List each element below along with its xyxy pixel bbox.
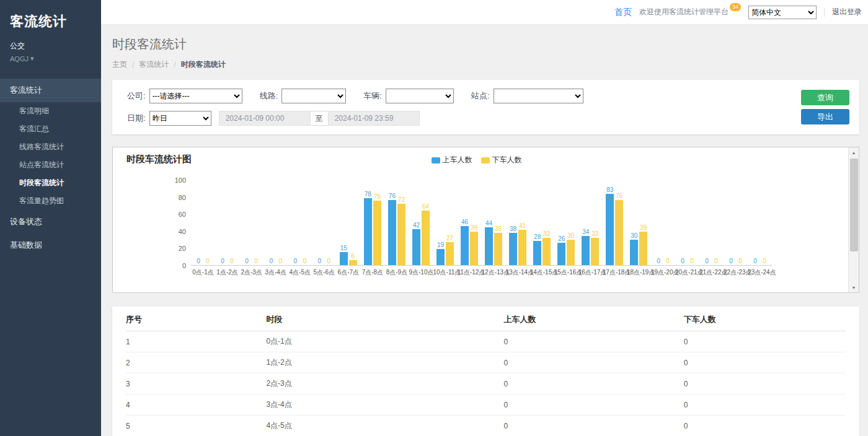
bar-value-label: 32 (591, 230, 598, 237)
x-tick-label: 1点-2点 (215, 268, 239, 277)
bar (349, 260, 357, 265)
bar-value-label: 0 (278, 258, 282, 264)
bar-wrap: 34 (582, 180, 590, 265)
bar (494, 233, 502, 265)
bar-wrap: 0 (751, 180, 760, 265)
bar-value-label: 39 (640, 224, 647, 231)
bar-value-label: 38 (510, 225, 516, 232)
bar-value-label: 46 (461, 219, 468, 225)
table-cell: 0 (504, 331, 684, 352)
bar-group: 00 (699, 180, 724, 265)
table-cell: 3点-4点 (266, 395, 503, 416)
x-tick-label: 13点-14点 (506, 268, 530, 277)
breadcrumb-separator: / (132, 61, 134, 69)
bar-value-label: 0 (327, 258, 330, 264)
org-selector[interactable]: AQGJ ▾ (0, 51, 101, 63)
table-cell: 0 (684, 352, 846, 373)
bar-chart: 020406080100 000000000000156787576724264… (120, 180, 840, 277)
scrollbar-thumb[interactable] (850, 159, 858, 251)
language-select[interactable]: 简体中文 (748, 6, 817, 19)
legend-item[interactable]: 下车人数 (481, 155, 522, 165)
bar (340, 252, 348, 265)
bar-value-label: 34 (582, 229, 589, 235)
table-cell: 0 (504, 373, 684, 395)
sidebar-item[interactable]: 客流汇总 (0, 120, 101, 138)
bar-group: 3039 (627, 180, 651, 265)
bar-wrap: 0 (678, 180, 686, 265)
sidebar-item[interactable]: 客流明细 (0, 102, 101, 120)
bar-value-label: 0 (705, 258, 709, 264)
bar-value-label: 0 (738, 258, 742, 264)
bar (422, 211, 430, 265)
legend-swatch-icon (432, 157, 440, 164)
line-select[interactable] (281, 89, 346, 103)
bar-wrap: 0 (325, 180, 333, 265)
bar-wrap: 0 (301, 180, 309, 265)
date-preset-select[interactable]: 昨日 (149, 111, 211, 126)
bar-wrap: 46 (461, 180, 469, 265)
sidebar-section[interactable]: 客流统计 (0, 79, 101, 102)
table-head-row: 序号时段上车人数下车人数 (126, 308, 846, 331)
bar-value-label: 28 (534, 233, 541, 240)
sidebar-item[interactable]: 站点客流统计 (0, 156, 101, 174)
date-from-input[interactable] (219, 111, 311, 126)
bar-wrap: 0 (267, 180, 275, 265)
sidebar-item[interactable]: 客流量趋势图 (0, 192, 101, 210)
sidebar-item[interactable]: 线路客流统计 (0, 138, 101, 156)
bar-wrap: 38 (509, 180, 517, 265)
bar-wrap: 0 (737, 180, 745, 265)
company-select[interactable]: ---请选择--- (149, 89, 242, 103)
x-tick-label: 11点-12点 (458, 268, 482, 277)
bar-wrap: 38 (494, 180, 502, 265)
x-tick-label: 7点-8点 (360, 268, 384, 277)
notification-badge[interactable]: 34 (730, 3, 741, 11)
breadcrumb-item[interactable]: 客流统计 (139, 59, 169, 70)
legend-item[interactable]: 上车人数 (432, 155, 472, 165)
bar-group: 00 (312, 180, 336, 265)
logout-link[interactable]: 退出登录 (832, 7, 862, 17)
home-link[interactable]: 首页 (614, 7, 632, 18)
table-cell: 0 (684, 395, 846, 416)
station-select[interactable] (494, 89, 583, 103)
bar (470, 232, 478, 265)
breadcrumb-separator: / (174, 61, 175, 69)
date-to-input[interactable] (328, 111, 420, 126)
bar-wrap: 76 (388, 180, 396, 265)
vehicle-select[interactable] (386, 89, 454, 103)
bar-value-label: 72 (398, 196, 405, 203)
scroll-up-icon[interactable]: ▲ (849, 147, 859, 157)
bar-value-label: 0 (657, 258, 660, 264)
bar-group: 2630 (554, 180, 578, 265)
chart-scrollbar[interactable]: ▲ ▼ (848, 147, 859, 292)
table-cell: 0 (504, 416, 684, 436)
bar-value-label: 0 (254, 258, 258, 264)
bar-group: 00 (288, 180, 312, 265)
y-tick-label: 60 (179, 211, 186, 218)
table-row: 43点-4点00 (126, 395, 846, 416)
x-tick-label: 17点-18点 (603, 268, 627, 277)
bar-wrap: 0 (219, 180, 227, 265)
bar-value-label: 30 (567, 232, 574, 239)
bar (567, 240, 575, 265)
topbar: 首页 欢迎使用客流统计管理平台 34 简体中文 退出登录 (101, 0, 868, 25)
search-button[interactable]: 查询 (801, 90, 849, 105)
bar-wrap: 0 (195, 180, 203, 265)
bar (591, 238, 599, 265)
breadcrumb-item[interactable]: 主页 (112, 59, 127, 70)
x-tick-label: 14点-15点 (530, 268, 554, 277)
sidebar-item[interactable]: 时段客流统计 (0, 174, 101, 192)
scroll-down-icon[interactable]: ▼ (849, 282, 859, 292)
bar-wrap: 0 (703, 180, 711, 265)
export-button[interactable]: 导出 (801, 109, 849, 124)
x-tick-label: 18点-19点 (627, 268, 651, 277)
welcome-text: 欢迎使用客流统计管理平台 34 (639, 7, 741, 17)
bar-value-label: 0 (753, 258, 757, 264)
bar-group: 4438 (482, 180, 506, 265)
bar (533, 241, 541, 265)
bar-group: 4639 (458, 180, 482, 265)
sidebar-section[interactable]: 基础数据 (0, 233, 101, 257)
sidebar-section[interactable]: 设备状态 (0, 210, 101, 233)
x-axis: 0点-1点1点-2点2点-3点3点-4点4点-5点5点-6点6点-7点7点-8点… (191, 266, 772, 277)
y-tick-label: 40 (179, 228, 186, 235)
table-row: 32点-3点00 (126, 373, 846, 395)
